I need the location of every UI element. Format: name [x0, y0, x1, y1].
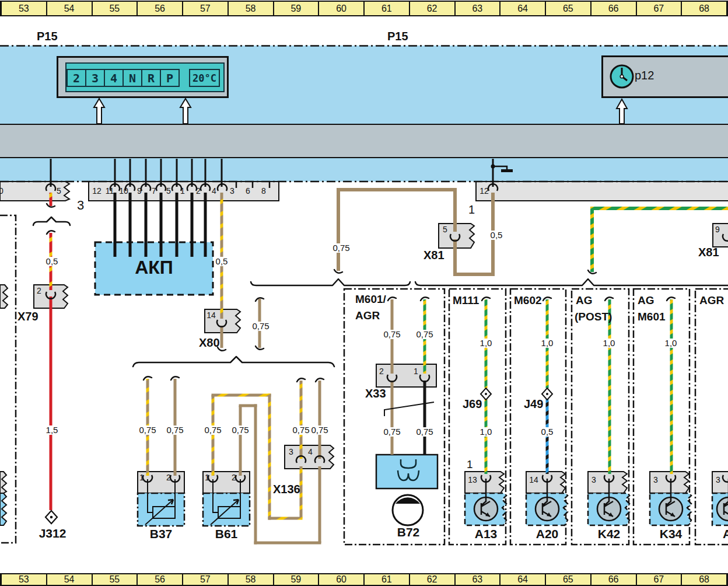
- clock-icon: [611, 65, 633, 88]
- x33-label: X33: [365, 388, 386, 400]
- j312-label: J312: [39, 527, 66, 540]
- x81-left-label: X81: [424, 249, 444, 261]
- b61-label: B61: [215, 528, 238, 540]
- col2-title: M111: [453, 295, 479, 306]
- col3-title: M602: [514, 295, 542, 306]
- k42-label: K42: [598, 528, 621, 540]
- x81-right-pin: 9: [715, 225, 720, 234]
- a13-pin: 13: [468, 476, 477, 484]
- col1-title-1: M601/: [355, 294, 386, 305]
- col4-title-2: (POST): [575, 311, 612, 323]
- main-pin: 10: [119, 187, 128, 196]
- main-pin: 9: [137, 187, 142, 196]
- main-pin: 6: [246, 187, 250, 196]
- gauge: 0,75: [382, 427, 401, 437]
- x79-pin: 2: [37, 287, 41, 295]
- gauge: 0,75: [138, 425, 157, 435]
- gauge: 0,75: [165, 425, 184, 435]
- agr-partial-label: A: [723, 528, 728, 540]
- p15-label-right: P15: [387, 30, 408, 43]
- gauge: 1,0: [664, 339, 678, 348]
- col6-title: AGR: [699, 295, 724, 306]
- x136-pin-4: 4: [308, 448, 313, 456]
- left-strip-pin-5: 5: [57, 187, 61, 196]
- p12-label: p12: [635, 69, 654, 82]
- main-pin: 11: [106, 187, 114, 196]
- gauge: 1,5: [45, 425, 60, 435]
- x33-pin-1: 1: [414, 367, 418, 376]
- agr-pin: 3: [716, 476, 720, 484]
- gauge: 0,75: [415, 330, 434, 339]
- gauge: 0,75: [415, 427, 434, 437]
- k34-pin: 3: [653, 476, 658, 484]
- col2-conn-ref: 1: [467, 459, 473, 470]
- j49-label: J49: [524, 398, 543, 410]
- gauge: 1,0: [602, 339, 617, 348]
- j69-label: J69: [463, 398, 482, 410]
- gauge: 0,75: [331, 243, 351, 253]
- gauge: 0,5: [489, 231, 504, 240]
- col5-title-1: AG: [638, 295, 654, 306]
- gauge: 0,75: [382, 330, 401, 339]
- x80-label: X80: [199, 337, 220, 349]
- x33-pin-2: 2: [379, 367, 384, 376]
- gauge: 0,5: [45, 257, 60, 266]
- b37-pin-2: 2: [166, 473, 171, 482]
- column-wires: [485, 299, 673, 474]
- p15-label-left: P15: [37, 30, 58, 43]
- main-pin: 4: [212, 187, 216, 196]
- gauge: 0,75: [203, 425, 222, 435]
- gauge: 0,75: [230, 425, 250, 435]
- x81-right-label: X81: [698, 246, 719, 259]
- main-strip-ref: 3: [77, 198, 84, 212]
- main-pin: 5: [166, 187, 171, 196]
- main-pin: 7: [152, 187, 156, 196]
- main-pin: 12: [92, 187, 102, 196]
- wiring-diagram-page: 53545556575859606162636465666768 5354555…: [0, 0, 728, 586]
- ground-symbol: [491, 165, 513, 173]
- main-pin: 1: [180, 187, 185, 196]
- x79-label: X79: [18, 311, 38, 323]
- main-pin: 3: [230, 187, 235, 196]
- x136-pin-3: 3: [289, 448, 293, 456]
- gauge: 1,0: [540, 339, 555, 348]
- gauge: 0,75: [310, 425, 329, 435]
- x136-label: X136: [273, 483, 300, 496]
- main-pin: 2: [196, 187, 201, 196]
- b61-pin-1: 1: [205, 473, 209, 482]
- gauge: 0,5: [540, 427, 555, 437]
- k42-pin: 3: [592, 476, 596, 484]
- right-strip-ref: 1: [468, 204, 475, 216]
- left-strip-pin-10: 10: [0, 187, 4, 196]
- gauge: 1,0: [479, 339, 494, 348]
- col5-title-2: M601: [638, 311, 666, 323]
- display-arrows: [94, 99, 627, 124]
- a20-label: A20: [536, 528, 559, 540]
- a13-label: A13: [475, 528, 498, 540]
- red-wire-j312: [46, 193, 57, 524]
- x80-pin: 14: [206, 311, 216, 320]
- green-wire-x81-right: [590, 207, 728, 272]
- gauge: 0,75: [251, 322, 270, 331]
- b37-label: B37: [150, 528, 173, 540]
- akp-label: АКП: [135, 258, 173, 278]
- b72-label: B72: [397, 526, 420, 539]
- b61-pin-2: 2: [232, 473, 236, 482]
- col1-title-2: AGR: [355, 310, 380, 322]
- k34-label: K34: [660, 528, 682, 540]
- a20-pin: 14: [529, 476, 538, 484]
- main-pin: 8: [261, 187, 266, 196]
- x81-left-pin: 5: [443, 225, 447, 234]
- gauge: 0,5: [215, 257, 229, 266]
- col4-title-1: AG: [576, 295, 593, 306]
- gauge: 0,75: [291, 425, 310, 435]
- b37-pin-1: 1: [139, 473, 144, 482]
- right-strip-pin-12: 12: [480, 187, 489, 196]
- gauge: 1,0: [479, 427, 494, 437]
